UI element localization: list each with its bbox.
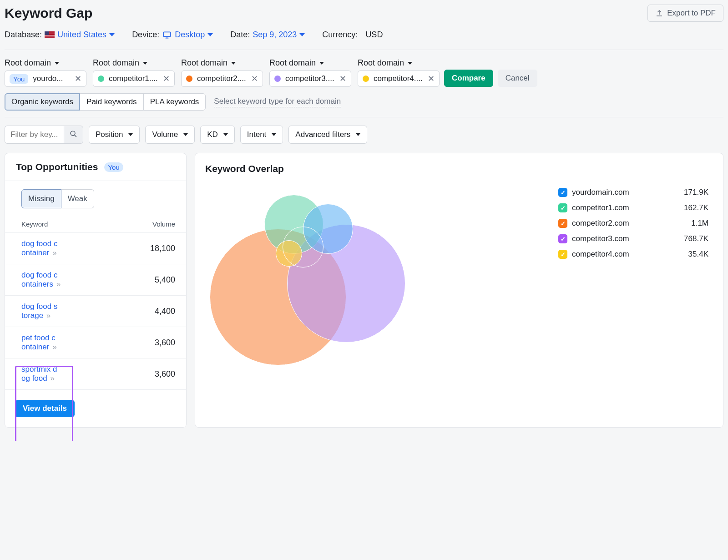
svg-point-1 xyxy=(71,131,75,136)
opportunities-table: Keyword Volume dog food container »18,10… xyxy=(5,216,186,390)
remove-domain-icon[interactable]: ✕ xyxy=(339,74,346,84)
chevron-down-icon xyxy=(207,33,213,36)
overlap-legend: ✓yourdomain.com171.9K✓competitor1.com162… xyxy=(558,174,713,393)
legend-checkbox[interactable]: ✓ xyxy=(558,250,567,259)
legend-row: ✓competitor3.com768.7K xyxy=(558,234,708,243)
domain-dot xyxy=(186,76,192,82)
root-domain-dropdown[interactable]: Root domain xyxy=(269,58,351,68)
remove-domain-icon[interactable]: ✕ xyxy=(163,74,170,84)
legend-value: 1.1M xyxy=(691,219,708,228)
legend-value: 171.9K xyxy=(684,188,708,197)
meta-row: Database: United States Device: Desktop … xyxy=(5,30,723,40)
cancel-button[interactable]: Cancel xyxy=(498,70,537,87)
us-flag-icon xyxy=(45,31,55,38)
domain-pill[interactable]: competitor3.... ✕ xyxy=(269,71,351,87)
root-domain-dropdown[interactable]: Root domain xyxy=(5,58,86,68)
legend-domain-name: competitor3.com xyxy=(572,234,629,243)
keyword-link[interactable]: dog food container » xyxy=(5,233,73,264)
filter-position[interactable]: Position xyxy=(89,126,140,144)
keyword-overlap-card: Keyword Overlap ✓yourdomain.com171.9K✓co… xyxy=(195,153,723,428)
top-opportunities-card: Top Opportunities You Missing Weak Keywo… xyxy=(5,153,187,428)
remove-domain-icon[interactable]: ✕ xyxy=(428,74,435,84)
volume-value: 3,600 xyxy=(73,358,186,390)
legend-value: 768.7K xyxy=(684,234,708,243)
compare-button[interactable]: Compare xyxy=(444,70,493,87)
legend-row: ✓competitor2.com1.1M xyxy=(558,219,708,228)
root-domain-dropdown[interactable]: Root domain xyxy=(181,58,263,68)
legend-checkbox[interactable]: ✓ xyxy=(558,234,567,243)
keyword-filter-search-button[interactable] xyxy=(64,126,83,144)
divider xyxy=(5,50,723,50)
legend-checkbox[interactable]: ✓ xyxy=(558,188,567,197)
filter-volume[interactable]: Volume xyxy=(145,126,195,144)
legend-checkbox[interactable]: ✓ xyxy=(558,203,567,212)
legend-domain-name: competitor2.com xyxy=(572,219,629,228)
view-details-button[interactable]: View details xyxy=(15,400,75,417)
root-domain-dropdown[interactable]: Root domain xyxy=(93,58,175,68)
legend-checkbox[interactable]: ✓ xyxy=(558,219,567,228)
venn-diagram xyxy=(205,174,549,393)
volume-value: 5,400 xyxy=(73,264,186,296)
chevron-down-icon xyxy=(109,33,115,36)
legend-domain-name: competitor1.com xyxy=(572,203,629,212)
domain-dot xyxy=(363,76,369,82)
chevron-down-icon xyxy=(319,62,324,65)
keyword-filter-input[interactable] xyxy=(5,126,64,144)
legend-row: ✓competitor4.com35.4K xyxy=(558,250,708,259)
keyword-link[interactable]: dog food storage » xyxy=(5,296,73,327)
currency-display: Currency: USD xyxy=(322,30,383,40)
keyword-link[interactable]: dog food containers » xyxy=(5,264,73,296)
tab-pla-keywords[interactable]: PLA keywords xyxy=(144,93,206,111)
chevron-down-icon xyxy=(223,133,228,136)
chevron-down-icon xyxy=(128,133,133,136)
legend-domain-name: yourdomain.com xyxy=(572,188,629,197)
search-icon xyxy=(70,130,77,138)
legend-row: ✓competitor1.com162.7K xyxy=(558,203,708,212)
root-domain-dropdown[interactable]: Root domain xyxy=(358,58,440,68)
tab-organic-keywords[interactable]: Organic keywords xyxy=(5,93,80,111)
chevron-down-icon xyxy=(356,133,360,136)
divider xyxy=(5,117,723,117)
tab-weak[interactable]: Weak xyxy=(61,189,94,208)
device-selector[interactable]: Device: Desktop xyxy=(132,30,213,40)
svg-rect-0 xyxy=(164,32,171,36)
tab-paid-keywords[interactable]: Paid keywords xyxy=(80,93,144,111)
desktop-icon xyxy=(162,30,172,40)
database-selector[interactable]: Database: United States xyxy=(5,30,115,40)
domain-pill[interactable]: competitor1.... ✕ xyxy=(93,71,175,87)
remove-domain-icon[interactable]: ✕ xyxy=(75,74,81,84)
keyword-type-hint[interactable]: Select keyword type for each domain xyxy=(214,97,341,107)
legend-value: 35.4K xyxy=(688,250,708,259)
chevron-down-icon xyxy=(55,62,59,65)
legend-value: 162.7K xyxy=(684,203,708,212)
tab-missing[interactable]: Missing xyxy=(21,189,61,208)
export-pdf-button[interactable]: Export to PDF xyxy=(647,5,723,22)
domain-pill[interactable]: competitor4.... ✕ xyxy=(358,71,440,87)
legend-domain-name: competitor4.com xyxy=(572,250,629,259)
you-badge: You xyxy=(104,162,123,172)
keyword-type-segmented: Organic keywords Paid keywords PLA keywo… xyxy=(5,93,206,111)
chevron-down-icon xyxy=(299,33,305,36)
filter-intent[interactable]: Intent xyxy=(240,126,283,144)
filter-kd[interactable]: KD xyxy=(200,126,235,144)
table-row: sportmix dog food »3,600 xyxy=(5,358,186,390)
keyword-link[interactable]: pet food container » xyxy=(5,327,73,358)
double-chevron-icon: » xyxy=(52,343,56,351)
double-chevron-icon: » xyxy=(52,248,56,257)
table-row: dog food storage »4,400 xyxy=(5,296,186,327)
date-selector[interactable]: Date: Sep 9, 2023 xyxy=(230,30,305,40)
double-chevron-icon: » xyxy=(46,311,51,320)
chevron-down-icon xyxy=(408,62,412,65)
keyword-link[interactable]: sportmix dog food » xyxy=(5,358,73,390)
table-row: pet food container »3,600 xyxy=(5,327,186,358)
domain-pill-you[interactable]: You yourdo... ✕ xyxy=(5,71,86,87)
top-opportunities-title: Top Opportunities xyxy=(16,161,98,172)
keyword-overlap-title: Keyword Overlap xyxy=(205,163,713,174)
domain-pill[interactable]: competitor2.... ✕ xyxy=(181,71,263,87)
volume-value: 4,400 xyxy=(73,296,186,327)
table-row: dog food container »18,100 xyxy=(5,233,186,264)
volume-value: 3,600 xyxy=(73,327,186,358)
filter-advanced[interactable]: Advanced filters xyxy=(288,126,367,144)
remove-domain-icon[interactable]: ✕ xyxy=(251,74,258,84)
col-volume: Volume xyxy=(73,216,186,233)
